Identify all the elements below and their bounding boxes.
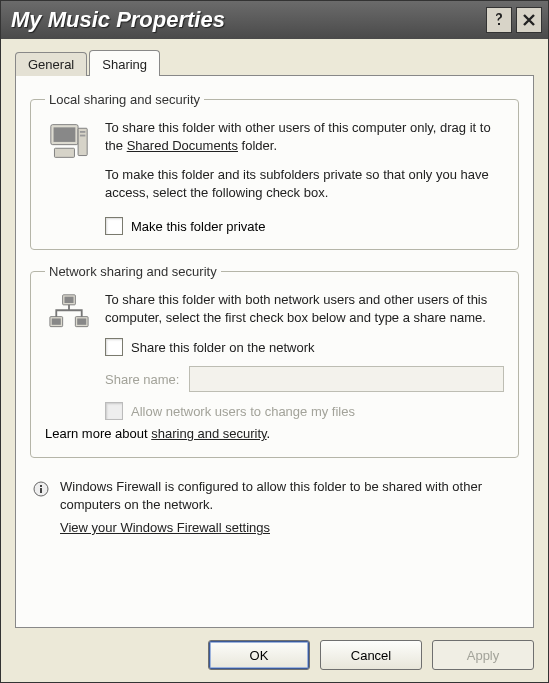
properties-dialog: My Music Properties General Sharing Loca… [0,0,549,683]
group-network-legend: Network sharing and security [45,264,221,279]
close-button[interactable] [516,7,542,33]
network-icon [47,293,91,333]
tab-strip: General Sharing [15,49,534,75]
info-icon [32,480,50,498]
local-text-2: To make this folder and its subfolders p… [105,166,504,201]
cancel-button[interactable]: Cancel [320,640,422,670]
help-icon [491,12,507,28]
firewall-info: Windows Firewall is configured to allow … [32,478,517,537]
tab-general[interactable]: General [15,52,87,76]
share-name-input [189,366,504,392]
dialog-buttons: OK Cancel Apply [15,628,534,670]
window-title: My Music Properties [11,7,482,33]
svg-rect-13 [40,488,42,493]
titlebar: My Music Properties [1,1,548,39]
svg-rect-5 [54,148,74,157]
group-local-sharing: Local sharing and security [30,92,519,250]
tab-panel-sharing: Local sharing and security [15,75,534,628]
client-area: General Sharing Local sharing and securi… [1,39,548,682]
svg-rect-14 [40,485,42,487]
make-private-checkbox[interactable] [105,217,123,235]
svg-rect-9 [52,319,61,325]
allow-change-checkbox [105,402,123,420]
sharing-security-link[interactable]: sharing and security [151,426,266,441]
share-network-label[interactable]: Share this folder on the network [131,339,315,357]
svg-rect-3 [80,131,85,133]
svg-rect-11 [77,319,86,325]
apply-button: Apply [432,640,534,670]
group-local-legend: Local sharing and security [45,92,204,107]
svg-rect-1 [54,127,76,142]
computer-icon [47,121,91,161]
ok-button[interactable]: OK [208,640,310,670]
svg-rect-4 [80,135,85,137]
local-text-1: To share this folder with other users of… [105,119,504,154]
shared-documents-link[interactable]: Shared Documents [127,138,238,153]
make-private-label[interactable]: Make this folder private [131,219,265,234]
learn-more-line: Learn more about sharing and security. [45,426,504,441]
network-text-1: To share this folder with both network u… [105,291,504,326]
firewall-text: Windows Firewall is configured to allow … [60,478,517,513]
share-name-label: Share name: [105,372,179,387]
svg-rect-7 [64,297,73,303]
share-network-checkbox[interactable] [105,338,123,356]
group-network-sharing: Network sharing and security To share th… [30,264,519,458]
allow-change-label: Allow network users to change my files [131,404,355,419]
close-icon [521,12,537,28]
firewall-settings-link[interactable]: View your Windows Firewall settings [60,520,270,535]
help-button[interactable] [486,7,512,33]
tab-sharing[interactable]: Sharing [89,50,160,76]
